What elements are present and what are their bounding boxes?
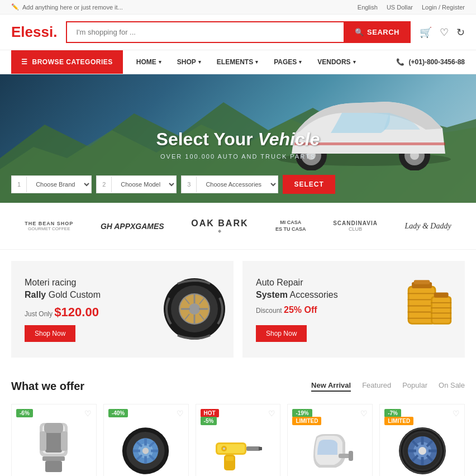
logo-dot: . [53, 23, 57, 40]
select-button[interactable]: SELECT [283, 175, 335, 194]
logo-text: Elessi [11, 23, 53, 40]
product-5-wishlist[interactable]: ♡ [453, 409, 460, 418]
brand-selector-group: 1 Choose Brand [11, 175, 92, 193]
compare-icon[interactable]: ↻ [456, 26, 465, 39]
cart-icon[interactable]: 🛒 [420, 26, 432, 39]
hero-title-italic: Vehicle [258, 129, 320, 149]
promo-2-discount-label: Discount [256, 307, 282, 315]
promo-1-title-normal: Moteri racing [25, 278, 76, 287]
tab-popular[interactable]: Popular [402, 381, 427, 392]
top-bar-notice: ✏️ Add anything here or just remove it..… [11, 3, 123, 11]
svg-rect-45 [42, 456, 65, 461]
tab-new-arrival[interactable]: New Arrival [311, 381, 351, 392]
phone-icon: 📞 [396, 58, 404, 66]
svg-rect-33 [432, 298, 450, 323]
section-title: What we offer [11, 380, 84, 393]
accessory-selector[interactable]: Choose Accessories [197, 176, 278, 193]
logo[interactable]: Elessi. [11, 23, 57, 41]
product-3-wishlist[interactable]: ♡ [268, 409, 275, 418]
nav-elements[interactable]: ELEMENTS [209, 50, 266, 74]
product-card-5: -7% LIMITED ♡ [379, 404, 465, 476]
language-selector[interactable]: English [358, 4, 378, 11]
product-5-badge: -7% [384, 409, 401, 417]
brand-lady-daddy[interactable]: Lady & Daddy [404, 222, 451, 231]
product-5-image [387, 420, 458, 476]
product-3-badge: HOT [201, 409, 219, 417]
brand-mi-casa[interactable]: MI CASAES TU CASA [275, 220, 306, 232]
accessory-selector-num: 3 [182, 177, 197, 192]
promo-2-title-normal: Auto Repair [256, 278, 303, 287]
accessory-selector-group: 3 Choose Accessories [181, 175, 278, 193]
promo-section: Moteri racing Rally Gold Custom Just Onl… [0, 250, 476, 369]
hero-title-normal: Select Your [156, 129, 253, 149]
product-2-badge: -40% [108, 409, 128, 417]
nav-phone: 📞 (+01)-800-3456-88 [396, 58, 465, 66]
nav-vendors[interactable]: VENDORS [310, 50, 363, 74]
svg-rect-38 [434, 293, 449, 298]
promo-card-1: Moteri racing Rally Gold Custom Just Onl… [11, 261, 234, 358]
tab-on-sale[interactable]: On Sale [439, 381, 465, 392]
svg-rect-64 [246, 446, 260, 451]
svg-rect-46 [45, 461, 62, 472]
hero-selectors: 1 Choose Brand 2 Choose Model 3 Choose A… [11, 175, 476, 194]
promo-2-image [392, 261, 459, 358]
nav-shop[interactable]: SHOP [169, 50, 209, 74]
hero-content: Select Your Vehicle OVER 100.000 AUTO AN… [0, 118, 476, 160]
svg-rect-63 [226, 456, 234, 461]
product-1-wishlist[interactable]: ♡ [84, 409, 92, 418]
product-card-1: -6% ♡ SKU: AP..4BLEC [11, 404, 97, 476]
brand-scandinavia[interactable]: SCANDINAVIA CLUB [333, 220, 378, 232]
section-tabs: New Arrival Featured Popular On Sale [311, 381, 465, 392]
promo-1-title-normal2: Gold Custom [49, 290, 101, 299]
top-bar-actions: English US Dollar Login / Register [358, 4, 465, 11]
product-3-image [203, 420, 274, 476]
auth-link[interactable]: Login / Register [422, 4, 465, 11]
product-card-2: -40% ♡ SKU: AP..G55dm [103, 404, 189, 476]
promo-1-price: $120.00 [54, 305, 99, 319]
product-1-image [18, 420, 89, 476]
product-3-badge2: -5% [201, 417, 217, 425]
promo-1-just-only-text: Just Only [25, 310, 53, 318]
promo-1-shop-now[interactable]: Shop Now [25, 325, 75, 342]
brand-oakbark[interactable]: OAK BARK ◆ [191, 218, 248, 234]
product-2-image [111, 420, 182, 476]
svg-point-51 [142, 448, 149, 454]
svg-rect-24 [409, 288, 434, 323]
top-bar: ✏️ Add anything here or just remove it..… [0, 0, 476, 15]
header-icons: 🛒 ♡ ↻ [420, 26, 465, 39]
search-button[interactable]: 🔍 SEARCH [344, 21, 411, 43]
nav-pages[interactable]: PAGES [266, 50, 310, 74]
svg-rect-31 [414, 280, 430, 284]
promo-2-shop-now[interactable]: Shop Now [256, 325, 307, 342]
model-selector[interactable]: Choose Model [112, 176, 176, 193]
svg-rect-69 [349, 451, 353, 461]
brand-appxgames[interactable]: GH APPXGAMES [101, 222, 164, 231]
search-label: SEARCH [367, 28, 399, 36]
brands-section: THE BEAN SHOP GOURMET COFFEE GH APPXGAME… [0, 203, 476, 250]
svg-rect-42 [40, 431, 46, 451]
hamburger-icon: ☰ [21, 58, 28, 66]
browse-categories-button[interactable]: ☰ BROWSE CATEGORIES [11, 50, 123, 74]
svg-rect-43 [61, 431, 68, 451]
wishlist-icon[interactable]: ♡ [440, 26, 449, 39]
brand-bean-shop[interactable]: THE BEAN SHOP GOURMET COFFEE [25, 221, 73, 231]
search-input[interactable] [66, 21, 343, 43]
brand-selector-num: 1 [12, 177, 27, 192]
model-selector-group: 2 Choose Model [96, 175, 177, 193]
product-2-wishlist[interactable]: ♡ [177, 409, 184, 418]
search-bar: 🔍 SEARCH [66, 21, 411, 43]
product-4-image [294, 420, 365, 476]
promo-1-image [161, 261, 228, 358]
product-card-4: -19% LIMITED ♡ SKU: AP..Z3280 [287, 404, 373, 476]
product-4-wishlist[interactable]: ♡ [360, 409, 368, 418]
promo-2-title-normal2: Accessories [289, 290, 337, 299]
brand-selector[interactable]: Choose Brand [27, 176, 91, 193]
notice-text: Add anything here or just remove it... [22, 4, 123, 11]
navigation: ☰ BROWSE CATEGORIES HOME SHOP ELEMENTS P… [0, 50, 476, 74]
product-grid: -6% ♡ SKU: AP..4BLEC -40% ♡ [0, 398, 476, 476]
currency-selector[interactable]: US Dollar [387, 4, 413, 11]
svg-point-67 [223, 448, 225, 450]
tab-featured[interactable]: Featured [362, 381, 391, 392]
promo-1-title-bold: Rally [25, 290, 46, 299]
nav-home[interactable]: HOME [128, 50, 169, 74]
